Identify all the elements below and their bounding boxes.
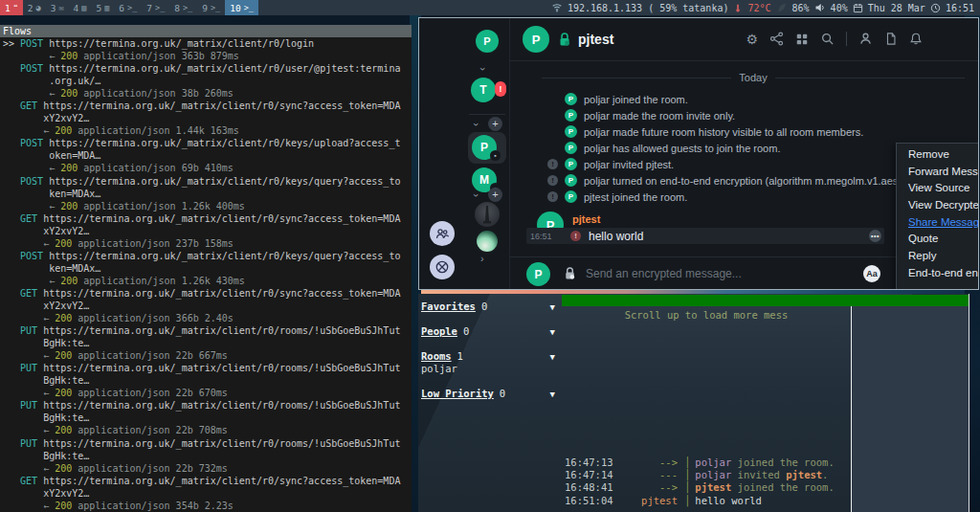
obelisk-image [475, 202, 500, 227]
add-room-button[interactable]: + [488, 117, 502, 131]
menu-item-end-to-end-encry[interactable]: End-to-end encry [897, 265, 979, 282]
share-icon[interactable] [769, 32, 784, 46]
chevron-down-icon[interactable]: › [479, 67, 488, 71]
menu-item-quote[interactable]: Quote [897, 231, 979, 248]
workspace-button-1[interactable]: 1❝ [0, 0, 23, 15]
menu-item-share-message[interactable]: Share Message [897, 214, 979, 232]
community-strip [419, 18, 465, 289]
workspace-button-5[interactable]: 5▥ [91, 0, 114, 15]
flows-list: >> POST https://termina.org.uk/_matrix/c… [0, 37, 412, 512]
workspace-button-9[interactable]: 9>_ [197, 0, 225, 15]
flow-row[interactable]: POST https://termina.org.uk/_matrix/clie… [3, 62, 412, 100]
flow-row[interactable]: GET https://termina.org.uk/_matrix/clien… [3, 475, 412, 512]
section-header[interactable]: People0▼ [421, 325, 561, 338]
terminal-icon: >_ [244, 3, 254, 12]
flow-row[interactable]: >> POST https://termina.org.uk/_matrix/c… [3, 37, 412, 62]
section-header[interactable]: Favorites0▼ [421, 301, 561, 313]
gomuks-room-list: Favorites0▼People0▼Rooms1▼poljarLow Prio… [421, 301, 561, 412]
people-button[interactable] [430, 221, 455, 246]
workspace-button-7[interactable]: 7>_ [142, 0, 169, 15]
volume-level: 40% [831, 3, 848, 13]
workspace-button-8[interactable]: 8>_ [169, 0, 197, 15]
log-line: 16:47:14---│poljar invited pjtest. [565, 469, 850, 481]
section-header[interactable]: Low Priority0▼ [421, 388, 561, 400]
section-collapse-icon[interactable]: ▼ [550, 301, 555, 314]
flow-row[interactable]: PUT https://termina.org.uk/_matrix/clien… [3, 399, 412, 436]
members-icon[interactable] [858, 32, 873, 46]
flow-row[interactable]: PUT https://termina.org.uk/_matrix/clien… [3, 362, 412, 399]
chat-log: 16:47:13-->│poljar joined the room.16:47… [565, 456, 850, 507]
workspace-button-4[interactable]: 4▤ [69, 0, 92, 15]
space-avatar-aurora[interactable] [477, 231, 498, 252]
composer-input[interactable]: Send an encrypted message... [586, 267, 742, 280]
flow-row[interactable]: GET https://termina.org.uk/_matrix/clien… [3, 287, 412, 324]
system-message: Ppoljar made future room history visible… [509, 123, 978, 140]
flow-row[interactable]: GET https://termina.org.uk/_matrix/clien… [3, 100, 412, 137]
terminal-icon: >_ [155, 3, 165, 12]
menu-item-remove[interactable]: Remove [897, 146, 979, 164]
room-name: pjtest [578, 18, 613, 60]
add-space-button[interactable]: + [488, 188, 502, 202]
room-avatar[interactable]: P [523, 26, 549, 53]
bell-icon[interactable] [909, 32, 923, 46]
flow-row[interactable]: GET https://termina.org.uk/_matrix/clien… [3, 212, 412, 250]
grid-icon[interactable] [795, 33, 809, 46]
people-icon [434, 226, 450, 241]
format-button[interactable]: Aa [863, 265, 880, 282]
composer-lock-icon [563, 266, 577, 280]
settings-gear-icon[interactable]: ⚙ [746, 33, 758, 46]
room-section: Favorites0▼ [421, 301, 561, 313]
chevron-down-icon[interactable]: › [472, 193, 481, 197]
workspace-button-10[interactable]: 10>_ [225, 0, 258, 15]
feather-icon [776, 2, 788, 13]
avatar: P [565, 125, 577, 138]
avatar: P [565, 174, 577, 187]
section-collapse-icon[interactable]: ▼ [550, 389, 555, 401]
message-row[interactable]: 16:51 ! hello world ••• [526, 228, 884, 244]
column-header-avatar[interactable]: P [476, 30, 499, 53]
room-section: Rooms1▼poljar [421, 350, 561, 375]
menu-item-forward-message[interactable]: Forward Message [897, 164, 979, 181]
chevron-right-icon[interactable]: › [480, 254, 484, 263]
flow-row[interactable]: PUT https://termina.org.uk/_matrix/clien… [3, 437, 412, 475]
scroll-notice: Scroll up to load more mess [562, 309, 851, 321]
gomuks-window: Favorites0▼People0▼Rooms1▼poljarLow Prio… [418, 294, 969, 512]
event-status-icon: ! [547, 191, 558, 202]
space-avatar-obelisk[interactable] [475, 202, 500, 227]
workspace-button-6[interactable]: 6>_ [114, 0, 142, 15]
flow-row[interactable]: POST https://termina.org.uk/_matrix/clie… [3, 137, 412, 174]
chevron-down-icon[interactable]: › [472, 122, 481, 126]
search-icon[interactable] [820, 32, 835, 46]
date-divider-label: Today [739, 72, 767, 83]
network-status: 192.168.1.133 ( 59% tatanka) [568, 3, 729, 13]
terminal-icon: >_ [127, 3, 137, 12]
menu-item-reply[interactable]: Reply [897, 248, 979, 265]
message-options-button[interactable]: ••• [869, 230, 881, 242]
flow-row[interactable]: POST https://termina.org.uk/_matrix/clie… [3, 175, 412, 212]
time-display: 16:51 [946, 3, 974, 13]
sender-name[interactable]: pjtest [572, 213, 600, 225]
workspace-button-2[interactable]: 2◕ [23, 0, 46, 15]
flow-row[interactable]: POST https://termina.org.uk/_matrix/clie… [3, 250, 412, 287]
menu-item-view-source[interactable]: View Source [897, 180, 979, 197]
flow-row[interactable]: PUT https://termina.org.uk/_matrix/clien… [3, 324, 412, 362]
member-badge-icon: ▪ [490, 150, 501, 161]
pane-divider[interactable] [851, 306, 852, 512]
workspace-button-3[interactable]: 3✉ [46, 0, 69, 15]
speaker-icon [814, 2, 826, 13]
flows-header: Flows [0, 25, 412, 37]
section-collapse-icon[interactable]: ▼ [550, 326, 555, 339]
account-avatar[interactable]: T [471, 78, 496, 102]
room-list-item[interactable]: poljar [421, 363, 561, 375]
terminal-icon: >_ [211, 3, 220, 12]
file-icon[interactable] [884, 32, 898, 46]
menu-item-view-decrypted-s[interactable]: View Decrypted S [897, 197, 979, 214]
chat-icon: ❝ [13, 3, 18, 12]
unencrypted-warning-icon: ! [570, 231, 581, 241]
section-collapse-icon[interactable]: ▼ [550, 351, 555, 364]
section-header[interactable]: Rooms1▼ [421, 350, 561, 363]
log-line: 16:48:41-->│pjtest joined the room. [565, 481, 850, 494]
books-icon: ▥ [104, 3, 109, 12]
explore-button[interactable] [430, 255, 455, 279]
mail-icon: ✉ [58, 3, 63, 12]
